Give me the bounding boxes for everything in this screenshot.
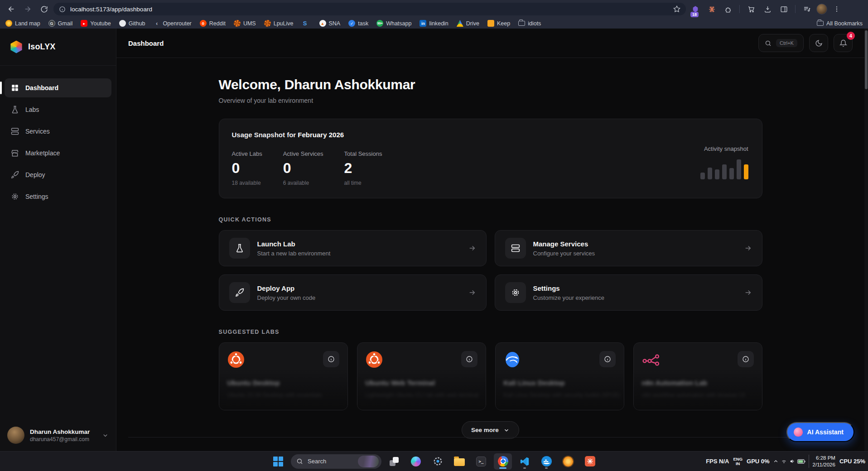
- volume-icon[interactable]: [789, 458, 796, 464]
- bookmark-linkedin[interactable]: inlinkedin: [420, 20, 448, 27]
- sidebar: IsoLYX Dashboard Labs Services Marketpl: [0, 29, 116, 451]
- settings-app-button[interactable]: [429, 453, 447, 470]
- info-icon[interactable]: [738, 351, 754, 367]
- search-shortcut: Ctrl+K: [776, 39, 797, 47]
- bookmark-whatsapp[interactable]: 99+Whatsapp: [376, 20, 411, 27]
- start-button[interactable]: [269, 453, 287, 470]
- starburst-icon: [585, 456, 595, 466]
- bookmark-openrouter[interactable]: ‹Openrouter: [154, 20, 192, 27]
- language-indicator[interactable]: ENG IN: [733, 457, 743, 466]
- copilot-button[interactable]: [407, 453, 425, 470]
- sidebar-item-labs[interactable]: Labs: [5, 100, 111, 119]
- lab-card-ubuntu-desktop[interactable]: Ubuntu Desktop Ubuntu 22.04 Desktop with…: [219, 342, 348, 410]
- activity-snapshot: Activity snapshot: [690, 145, 748, 179]
- extension-wappalyzer-icon[interactable]: 18: [689, 2, 702, 16]
- sidebar-item-settings[interactable]: Settings: [5, 187, 111, 206]
- bookmark-gmail[interactable]: GGmail: [48, 20, 73, 27]
- bookmark-youtube[interactable]: ▸Youtube: [81, 20, 111, 27]
- see-more-button[interactable]: See more: [462, 421, 519, 439]
- sidebar-item-services[interactable]: Services: [5, 122, 111, 141]
- side-panel-icon[interactable]: [777, 2, 791, 16]
- sidebar-nav: Dashboard Labs Services Marketplace Depl…: [0, 66, 116, 219]
- site-info-icon[interactable]: [59, 6, 66, 13]
- bookmark-keep[interactable]: Keep: [487, 20, 510, 27]
- windows-taskbar: Search >_: [0, 451, 868, 471]
- bookmark-star-icon[interactable]: [673, 5, 680, 13]
- claude-app-button[interactable]: [581, 453, 599, 470]
- quick-action-deploy-app[interactable]: Deploy App Deploy your own code: [219, 274, 487, 311]
- sidebar-item-marketplace[interactable]: Marketplace: [5, 144, 111, 163]
- sidebar-item-label: Deploy: [25, 171, 45, 178]
- search-button[interactable]: Ctrl+K: [758, 34, 804, 52]
- wifi-icon[interactable]: [781, 458, 787, 464]
- quick-action-settings[interactable]: Settings Customize your experience: [495, 274, 762, 311]
- lab-card-n8n-automation[interactable]: n8n Automation Lab n8n workflow automati…: [633, 342, 762, 410]
- arrow-right-icon: [468, 288, 476, 297]
- bookmark-github[interactable]: Github: [119, 20, 145, 27]
- scrollbar-thumb[interactable]: [865, 30, 868, 89]
- bookmark-task[interactable]: ✓task: [348, 20, 368, 27]
- notification-badge: 4: [847, 32, 855, 40]
- bookmark-idiots-folder[interactable]: idiots: [518, 20, 541, 27]
- taskbar-search[interactable]: Search: [291, 454, 381, 469]
- sidebar-item-deploy[interactable]: Deploy: [5, 165, 111, 184]
- browser-profile-avatar[interactable]: [816, 4, 827, 14]
- ai-assistant-button[interactable]: AI Assistant: [786, 422, 854, 442]
- downloads-icon[interactable]: [761, 2, 774, 16]
- bookmark-lpulive[interactable]: LpuLive: [264, 20, 294, 27]
- docker-button[interactable]: [537, 453, 555, 470]
- battery-icon[interactable]: [797, 459, 805, 464]
- all-bookmarks[interactable]: All Bookmarks: [817, 20, 863, 27]
- back-button[interactable]: [5, 2, 18, 16]
- bookmark-sna[interactable]: ▲SNA: [319, 20, 341, 27]
- browser-menu-kebab-icon[interactable]: [830, 2, 844, 16]
- lab-card-kali-linux-desktop[interactable]: Kali Linux Desktop Kali Linux Desktop wi…: [495, 342, 624, 410]
- url-text[interactable]: localhost:5173/app/dashboard: [70, 6, 669, 13]
- sidebar-item-dashboard[interactable]: Dashboard: [5, 78, 111, 97]
- bookmark-landmap[interactable]: Land map: [5, 20, 40, 27]
- forward-button[interactable]: [21, 2, 34, 16]
- suggested-labs-grid: Ubuntu Desktop Ubuntu 22.04 Desktop with…: [219, 342, 762, 410]
- info-icon[interactable]: [599, 351, 616, 367]
- hidden-icons-chevron[interactable]: [773, 458, 779, 464]
- address-bar[interactable]: localhost:5173/app/dashboard: [53, 3, 686, 15]
- app-window: IsoLYX Dashboard Labs Services Marketpl: [0, 29, 868, 451]
- extensions-puzzle-icon[interactable]: [721, 2, 735, 16]
- bookmark-drive[interactable]: Drive: [457, 20, 479, 27]
- sun-app-button[interactable]: [559, 453, 577, 470]
- task-view-button[interactable]: [385, 453, 403, 470]
- github-favicon: [119, 20, 126, 27]
- whatsapp-favicon: 99+: [376, 20, 383, 27]
- info-icon[interactable]: [461, 351, 477, 367]
- info-icon[interactable]: [323, 351, 339, 367]
- brain-icon: [794, 428, 803, 437]
- bookmark-reddit[interactable]: öReddit: [200, 20, 226, 27]
- bookmark-ums[interactable]: UMS: [234, 20, 256, 27]
- notifications-button[interactable]: 4: [834, 34, 853, 52]
- chevron-down-icon: [102, 432, 109, 439]
- page-scrollbar[interactable]: [864, 29, 868, 451]
- media-list-icon[interactable]: [800, 2, 814, 16]
- lab-card-ubuntu-web-terminal[interactable]: Ubuntu Web Terminal Lightweight Ubuntu C…: [357, 342, 486, 410]
- taskbar-search-placeholder: Search: [308, 458, 326, 465]
- sidebar-item-label: Marketplace: [25, 149, 60, 157]
- reload-button[interactable]: [37, 2, 51, 16]
- gpu-counter: GPU 0%: [747, 458, 770, 465]
- taskbar-clock[interactable]: 6:28 PM 2/11/2026: [809, 455, 835, 468]
- vscode-button[interactable]: [516, 453, 534, 470]
- user-profile[interactable]: Dharun Ashokkumar dharuna457@gmail.com: [0, 419, 116, 451]
- arrow-right-icon: [744, 288, 752, 297]
- chevron-down-icon: [503, 427, 510, 433]
- file-explorer-button[interactable]: [450, 453, 468, 470]
- chrome-button[interactable]: [494, 453, 512, 470]
- bookmarks-bar: Land map GGmail ▸Youtube Github ‹Openrou…: [0, 18, 868, 29]
- quick-action-launch-lab[interactable]: Launch Lab Start a new lab environment: [219, 230, 487, 266]
- theme-toggle-button[interactable]: [809, 34, 828, 52]
- sidebar-item-label: Labs: [25, 106, 39, 113]
- bookmark-s[interactable]: S: [302, 20, 311, 27]
- cart-icon[interactable]: [744, 2, 758, 16]
- terminal-button[interactable]: >_: [472, 453, 490, 470]
- quick-action-manage-services[interactable]: Manage Services Configure your services: [495, 230, 762, 266]
- ubuntu-logo: [366, 351, 383, 368]
- extension-claude-icon[interactable]: [705, 2, 719, 16]
